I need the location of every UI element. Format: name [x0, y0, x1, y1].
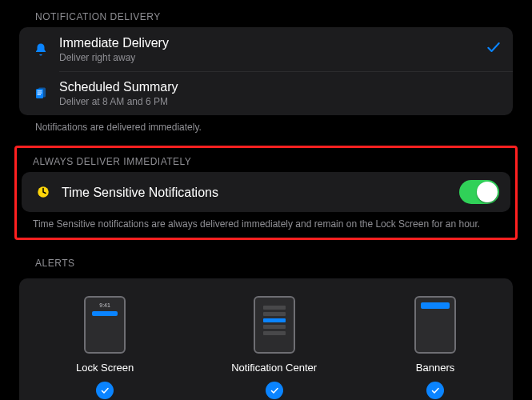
svg-rect-4: [38, 94, 42, 95]
delivery-footer: Notifications are delivered immediately.: [19, 115, 513, 133]
lock-screen-label: Lock Screen: [76, 362, 134, 374]
section-header-always: ALWAYS DELIVER IMMEDIATELY: [22, 153, 510, 172]
lock-screen-time: 9:41: [89, 302, 121, 308]
svg-rect-3: [38, 92, 42, 93]
alert-option-banners[interactable]: Banners: [414, 296, 456, 399]
lock-screen-check-icon: [96, 382, 114, 399]
section-header-alerts: ALERTS: [19, 246, 513, 274]
banners-label: Banners: [416, 362, 454, 374]
notification-center-label: Notification Center: [231, 362, 317, 374]
alert-option-notification-center[interactable]: Notification Center: [231, 296, 317, 399]
highlight-box: ALWAYS DELIVER IMMEDIATELY Time Sensitiv…: [14, 146, 518, 240]
immediate-title: Immediate Delivery: [59, 35, 479, 50]
delivery-panel: Immediate Delivery Deliver right away Sc…: [19, 27, 513, 115]
row-time-sensitive[interactable]: Time Sensitive Notifications: [22, 172, 510, 212]
notification-center-preview-icon: [254, 296, 295, 354]
summary-icon: [30, 86, 51, 101]
checkmark-icon: [486, 39, 502, 59]
alert-option-lock-screen[interactable]: 9:41 Lock Screen: [76, 296, 134, 399]
banners-preview-icon: [414, 296, 456, 354]
lock-screen-preview-icon: 9:41: [84, 296, 126, 354]
notification-center-check-icon: [266, 382, 283, 399]
bell-icon: [30, 42, 51, 57]
summary-sub: Deliver at 8 AM and 6 PM: [59, 96, 502, 107]
time-sensitive-title: Time Sensitive Notifications: [62, 185, 459, 200]
summary-title: Scheduled Summary: [59, 79, 502, 94]
svg-rect-2: [38, 90, 42, 91]
row-scheduled-summary[interactable]: Scheduled Summary Deliver at 8 AM and 6 …: [19, 71, 513, 115]
banners-check-icon: [426, 382, 444, 399]
alerts-panel: 9:41 Lock Screen Notification Center: [19, 278, 513, 400]
time-sensitive-toggle[interactable]: [459, 180, 499, 204]
immediate-sub: Deliver right away: [59, 52, 479, 63]
row-immediate-delivery[interactable]: Immediate Delivery Deliver right away: [19, 27, 513, 71]
section-header-delivery: NOTIFICATION DELIVERY: [19, 0, 513, 27]
clock-icon: [33, 185, 54, 199]
time-sensitive-footer: Time Sensitive notifications are always …: [22, 212, 510, 230]
